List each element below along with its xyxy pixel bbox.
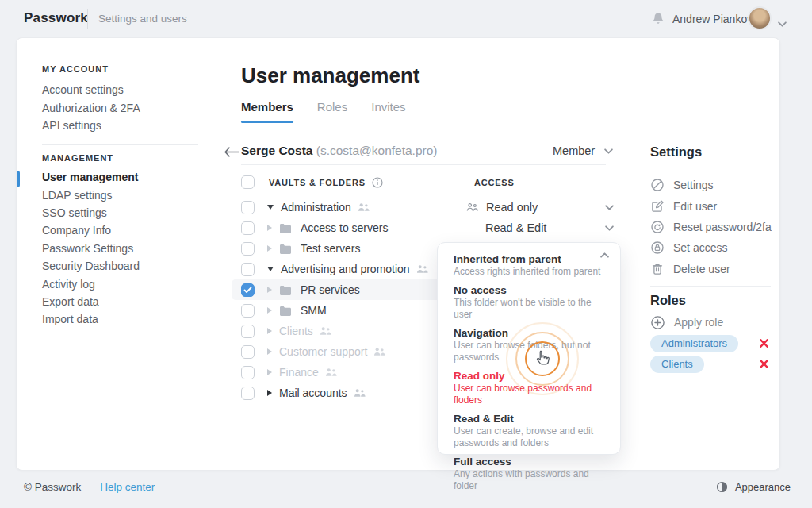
access-select-read-only[interactable]: Read only [450, 197, 615, 217]
access-select-read-edit[interactable]: Read & Edit [450, 217, 615, 238]
action-label: Delete user [673, 263, 730, 275]
option-title: Read & Edit [454, 412, 601, 425]
vaults-folders-label: VAULTS & FOLDERS [269, 178, 366, 187]
sidebar-item-account-settings[interactable]: Account settings [42, 81, 140, 98]
action-delete-user[interactable]: Delete user [650, 259, 771, 279]
vault-label[interactable]: Clients [279, 325, 313, 337]
menu-item-no-access[interactable]: No access This folder won't be visible t… [454, 283, 601, 321]
sidebar-item-authorization-2fa[interactable]: Authorization & 2FA [42, 98, 140, 116]
row-checkbox[interactable] [241, 345, 255, 359]
menu-item-read-only[interactable]: Read only User can browse passwords and … [454, 369, 601, 407]
vault-label[interactable]: Customer support [279, 345, 367, 358]
option-title: Full access [454, 455, 601, 468]
tab-members[interactable]: Members [241, 100, 293, 123]
tab-invites[interactable]: Invites [371, 100, 405, 123]
row-checkbox[interactable] [241, 242, 255, 256]
avatar[interactable] [748, 6, 772, 30]
tab-roles[interactable]: Roles [317, 100, 347, 123]
role-pill-clients[interactable]: Clients [650, 356, 704, 373]
caret-collapsed-icon[interactable] [267, 287, 272, 293]
slashed-circle-icon [650, 178, 665, 192]
caret-collapsed-icon[interactable] [267, 307, 272, 314]
menu-item-full-access[interactable]: Full access Any actions with passwords a… [454, 455, 601, 493]
sidebar-item-sso-settings[interactable]: SSO settings [42, 204, 140, 221]
action-edit-user[interactable]: Edit user [650, 195, 771, 216]
row-checkbox[interactable] [241, 387, 255, 400]
caret-collapsed-icon[interactable] [267, 390, 272, 396]
sidebar-item-api-settings[interactable]: API settings [42, 117, 140, 134]
row-checkbox[interactable] [241, 201, 255, 214]
back-arrow-icon[interactable] [224, 146, 239, 160]
caret-collapsed-icon[interactable] [267, 245, 272, 252]
vault-label[interactable]: Finance [279, 366, 319, 379]
sidebar-item-security-dashboard[interactable]: Security Dashboard [42, 257, 140, 275]
tree-row-administration: Administration [232, 197, 447, 217]
reset-icon [650, 220, 665, 234]
sidebar-item-activity-log[interactable]: Activity log [42, 275, 140, 292]
caret-collapsed-icon[interactable] [267, 328, 272, 334]
sidebar-item-user-management[interactable]: User management [42, 168, 140, 186]
help-center-link[interactable]: Help center [100, 481, 155, 493]
caret-expanded-icon[interactable] [267, 267, 274, 271]
option-description: User can browse folders, but not passwor… [454, 340, 601, 364]
option-description: This folder won't be visible to the user [454, 297, 601, 321]
vault-label[interactable]: Advertising and promotion [281, 263, 410, 275]
sidebar-item-company-info[interactable]: Company Info [42, 221, 140, 239]
action-label: Edit user [673, 200, 717, 213]
caret-collapsed-icon[interactable] [267, 348, 272, 355]
vault-label[interactable]: Mail accounts [279, 387, 347, 399]
notifications-bell-icon[interactable] [652, 12, 665, 29]
settings-panel-title: Settings [650, 144, 702, 160]
info-icon[interactable] [372, 177, 383, 188]
vault-label[interactable]: Administration [281, 201, 351, 214]
sidebar-item-ldap-settings[interactable]: LDAP settings [42, 186, 140, 203]
folder-label[interactable]: PR services [301, 283, 360, 296]
row-checkbox[interactable] [241, 366, 255, 379]
row-checkbox[interactable] [241, 221, 255, 235]
folder-label[interactable]: SMM [301, 304, 327, 317]
chevron-up-icon[interactable] [600, 249, 609, 264]
role-pill-administrators[interactable]: Administrators [650, 335, 738, 352]
lock-icon [650, 241, 665, 255]
caret-expanded-icon[interactable] [267, 205, 274, 210]
action-set-access[interactable]: Set access [650, 237, 771, 258]
menu-item-read-edit[interactable]: Read & Edit User can create, browse and … [454, 412, 601, 450]
user-menu-name[interactable]: Andrew Piankov [672, 13, 753, 25]
sidebar-item-export-data[interactable]: Export data [42, 293, 140, 310]
settings-actions: Settings Edit user Reset password/2fa Se… [650, 175, 771, 279]
people-icon [466, 202, 478, 212]
sidebar-item-import-data[interactable]: Import data [42, 310, 140, 328]
caret-collapsed-icon[interactable] [267, 225, 272, 231]
row-checkbox-checked[interactable] [241, 283, 255, 297]
sidebar-item-passwork-settings[interactable]: Passwork Settings [42, 240, 140, 257]
sidebar-group-my-account: Account settings Authorization & 2FA API… [42, 81, 140, 134]
role-row-clients: Clients [650, 356, 771, 372]
trash-icon [650, 262, 665, 276]
appearance-toggle[interactable]: Appearance [716, 481, 791, 493]
row-checkbox[interactable] [241, 304, 255, 318]
option-description: User can create, browse and edit passwor… [454, 425, 601, 450]
action-reset-password-2fa[interactable]: Reset password/2fa [650, 217, 771, 237]
menu-item-inherited-from-parent[interactable]: Inherited from parent Access rights inhe… [454, 252, 601, 279]
sidebar-section-my-account: MY ACCOUNT [42, 64, 109, 74]
sidebar-main-divider [216, 38, 216, 470]
user-menu-chevron-down-icon[interactable] [778, 16, 787, 30]
member-header: Serge Costa (s.costa@konfeta.pro) [241, 144, 437, 158]
row-checkbox[interactable] [241, 325, 255, 338]
action-settings[interactable]: Settings [650, 175, 771, 195]
row-checkbox[interactable] [241, 263, 255, 276]
remove-role-x-icon[interactable] [759, 338, 769, 348]
folder-label[interactable]: Test servers [301, 242, 360, 255]
action-label: Settings [673, 179, 714, 191]
folder-label[interactable]: Access to servers [301, 221, 388, 234]
member-name: Serge Costa [241, 144, 312, 157]
menu-item-navigation[interactable]: Navigation User can browse folders, but … [454, 326, 601, 364]
top-bar: Passwork Settings and users Andrew Piank… [0, 0, 812, 37]
select-all-checkbox[interactable] [241, 175, 255, 189]
remove-role-x-icon[interactable] [759, 359, 769, 369]
member-email: (s.costa@konfeta.pro) [316, 144, 438, 157]
member-role-select[interactable]: Member [553, 144, 613, 157]
caret-collapsed-icon[interactable] [267, 369, 272, 375]
app-logo: Passwork [24, 10, 88, 26]
apply-role-button[interactable]: Apply role [650, 313, 723, 332]
